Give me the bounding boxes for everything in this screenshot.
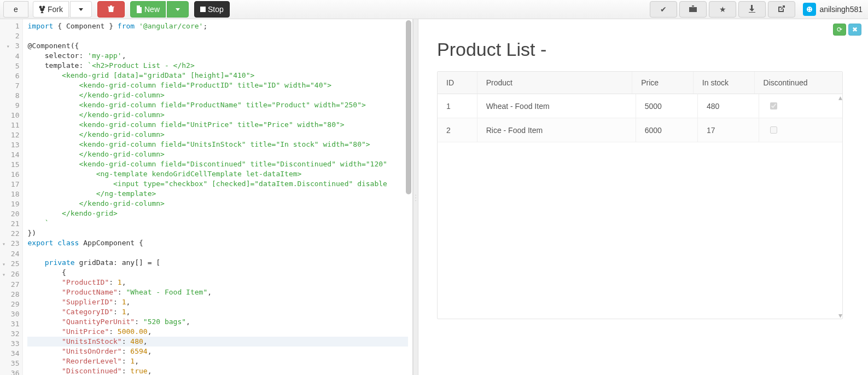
stop-icon [200, 7, 206, 12]
briefcase-icon [689, 5, 697, 14]
preview-pane: ⟳ ✖ Product List - IDProductPriceIn stoc… [418, 19, 868, 375]
stop-label: Stop [208, 5, 224, 14]
page-title: Product List - [437, 39, 849, 60]
check-icon: ✔ [660, 5, 667, 14]
trash-icon [108, 5, 114, 14]
cell-price: 5000 [636, 94, 697, 118]
new-button[interactable]: New [130, 1, 166, 18]
editor-pane: 12▾ 345678910111213141516171819202122▾ 2… [0, 19, 413, 375]
splitter-handle[interactable]: ··· [413, 19, 418, 375]
open-external-button[interactable] [768, 1, 795, 18]
product-grid: IDProductPriceIn stockDiscontinued 1Whea… [437, 71, 843, 319]
cell-id: 2 [438, 118, 477, 142]
column-header-stock[interactable]: In stock [693, 72, 754, 94]
column-header-product[interactable]: Product [477, 72, 632, 94]
grid-scrollbar-top-arrow[interactable]: ▴ [837, 95, 841, 102]
username: anilsingh581 [819, 5, 863, 14]
external-link-icon [778, 5, 785, 14]
new-label: New [144, 5, 160, 14]
column-header-id[interactable]: ID [438, 72, 477, 94]
column-header-price[interactable]: Price [632, 72, 694, 94]
table-row[interactable]: 2Rice - Food Item600017 [438, 118, 842, 142]
discontinued-checkbox [770, 102, 777, 109]
main-split: 12▾ 345678910111213141516171819202122▾ 2… [0, 19, 868, 375]
stop-button[interactable]: Stop [194, 1, 230, 18]
save-button[interactable]: e [3, 1, 28, 18]
refresh-icon: ⟳ [837, 26, 842, 33]
fork-label: Fork [48, 5, 63, 14]
fork-icon [39, 5, 45, 13]
chevron-down-icon [176, 8, 180, 11]
chevron-down-icon: ▾ [838, 311, 842, 320]
fork-button[interactable]: Fork [33, 1, 69, 18]
cell-disc [759, 94, 842, 118]
star-button[interactable]: ★ [709, 1, 736, 18]
cell-stock: 480 [697, 94, 759, 118]
download-icon [749, 5, 755, 14]
discontinued-checkbox [770, 126, 777, 134]
cell-product: Rice - Food Item [477, 118, 636, 142]
cell-price: 6000 [636, 118, 697, 142]
delete-button[interactable] [97, 1, 125, 18]
star-icon: ★ [719, 5, 726, 14]
cell-id: 1 [438, 94, 477, 118]
avatar [803, 3, 816, 16]
download-button[interactable] [738, 1, 766, 18]
editor-gutter: 12▾ 345678910111213141516171819202122▾ 2… [0, 19, 23, 375]
fork-dropdown-button[interactable] [70, 1, 92, 18]
code-editor[interactable]: import { Component } from '@angular/core… [23, 19, 412, 375]
grid-scrollbar-bottom-arrow[interactable]: ▾ [837, 311, 841, 318]
cell-disc [759, 118, 842, 142]
editor-scrollbar[interactable] [406, 20, 411, 343]
table-row[interactable]: 1Wheat - Food Item5000480 [438, 94, 842, 118]
column-header-disc[interactable]: Discontinued [754, 72, 842, 94]
grid-header-row: IDProductPriceIn stockDiscontinued [438, 72, 842, 94]
expand-icon: ✖ [852, 26, 858, 33]
scrollbar-thumb[interactable] [406, 20, 411, 194]
preview-refresh-button[interactable]: ⟳ [833, 24, 846, 36]
chevron-down-icon [79, 8, 83, 11]
new-dropdown-button[interactable] [167, 1, 189, 18]
grid-body: 1Wheat - Food Item50004802Rice - Food It… [438, 94, 842, 142]
preview-expand-button[interactable]: ✖ [848, 24, 861, 36]
cell-stock: 17 [697, 118, 759, 142]
briefcase-button[interactable] [679, 1, 707, 18]
file-icon [136, 5, 142, 13]
check-button[interactable]: ✔ [650, 1, 677, 18]
cell-product: Wheat - Food Item [477, 94, 636, 118]
top-toolbar: e Fork New Stop [0, 0, 868, 19]
chevron-up-icon: ▴ [838, 93, 842, 102]
preview-toolbar: ⟳ ✖ [833, 24, 861, 36]
user-menu[interactable]: anilsingh581 [800, 3, 866, 16]
svg-rect-0 [200, 7, 206, 12]
